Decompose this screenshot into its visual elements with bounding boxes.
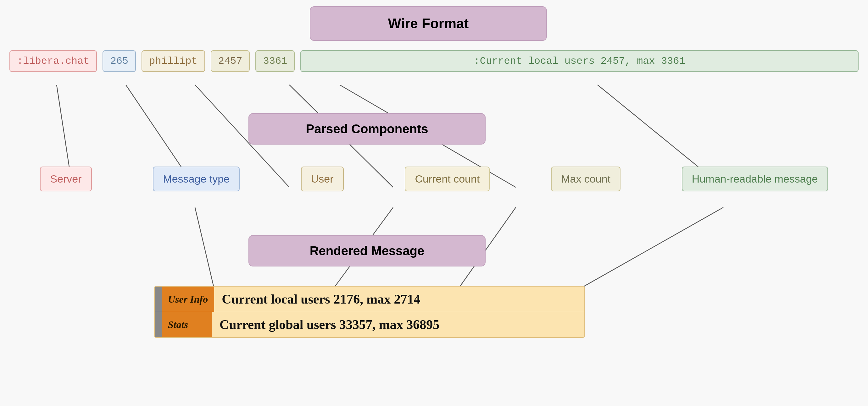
rendered-tag-stats: Stats bbox=[162, 312, 212, 337]
rendered-text-userinfo: Current local users 2176, max 2714 bbox=[214, 286, 584, 312]
rendered-panel: User Info Current local users 2176, max … bbox=[154, 286, 585, 338]
comp-maxcount-label: Max count bbox=[551, 167, 620, 191]
parsed-components-title: Parsed Components bbox=[248, 113, 486, 144]
token-count2: 3361 bbox=[255, 50, 295, 72]
comp-server-label: Server bbox=[40, 167, 92, 191]
rendered-message-title: Rendered Message bbox=[248, 235, 486, 267]
rendered-row-userinfo: User Info Current local users 2176, max … bbox=[155, 286, 584, 312]
comp-human-label: Human-readable message bbox=[682, 167, 828, 191]
rendered-sidebar-2 bbox=[155, 312, 162, 337]
comp-count-label: Current count bbox=[405, 167, 490, 191]
diagram-container: Wire Format :libera.chat 265 phillipt 24… bbox=[0, 0, 868, 406]
comp-user-label: User bbox=[301, 167, 344, 191]
rendered-tag-userinfo: User Info bbox=[162, 286, 214, 312]
wire-format-title: Wire Format bbox=[310, 6, 547, 41]
token-msgtype: 265 bbox=[102, 50, 136, 72]
token-server: :libera.chat bbox=[9, 50, 97, 72]
rendered-text-stats: Current global users 33357, max 36895 bbox=[212, 312, 584, 337]
token-count1: 2457 bbox=[211, 50, 250, 72]
token-row: :libera.chat 265 phillipt 2457 3361 :Cur… bbox=[9, 50, 859, 72]
token-user: phillipt bbox=[142, 50, 205, 72]
rendered-row-stats: Stats Current global users 33357, max 36… bbox=[155, 312, 584, 337]
rendered-sidebar-1 bbox=[155, 286, 162, 312]
token-message: :Current local users 2457, max 3361 bbox=[300, 50, 859, 72]
component-row: Server Message type User Current count M… bbox=[9, 167, 859, 191]
comp-msgtype-label: Message type bbox=[153, 167, 240, 191]
